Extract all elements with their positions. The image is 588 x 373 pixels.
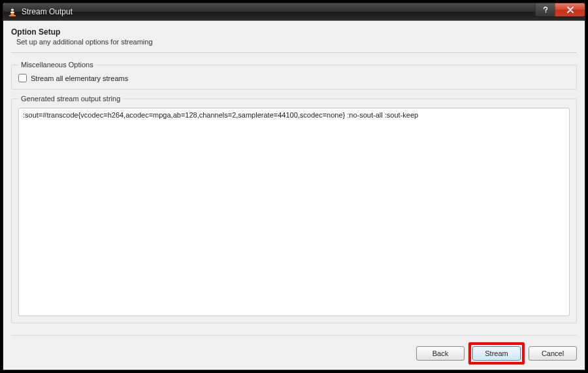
titlebar[interactable]: Stream Output <box>3 3 585 20</box>
misc-options-group: Miscellaneous Options Stream all element… <box>11 61 577 89</box>
stream-all-checkbox[interactable] <box>18 74 27 82</box>
dialog-window: Stream Output Option Setup Set up <box>3 3 585 370</box>
svg-rect-3 <box>9 15 16 16</box>
annotation-highlight: Stream <box>468 342 525 365</box>
dialog-footer: Back Stream Cancel <box>11 335 577 365</box>
page-subtitle: Set up any additional options for stream… <box>11 38 577 46</box>
stream-all-label[interactable]: Stream all elementary streams <box>31 74 128 82</box>
svg-point-4 <box>545 12 546 13</box>
stream-button[interactable]: Stream <box>472 346 521 361</box>
page-header: Option Setup Set up any additional optio… <box>11 27 577 53</box>
vlc-cone-icon <box>7 7 18 17</box>
back-button[interactable]: Back <box>416 346 465 361</box>
misc-options-legend: Miscellaneous Options <box>18 61 96 69</box>
output-string-group: Generated stream output string <box>11 95 577 323</box>
help-button[interactable] <box>535 3 555 16</box>
output-string-textarea[interactable] <box>18 108 570 316</box>
svg-marker-0 <box>10 7 14 15</box>
svg-rect-1 <box>11 9 14 10</box>
page-title: Option Setup <box>11 27 577 37</box>
svg-rect-2 <box>10 12 14 13</box>
close-button[interactable] <box>555 3 585 16</box>
cancel-button[interactable]: Cancel <box>529 346 577 361</box>
window-title: Stream Output <box>22 7 73 16</box>
output-string-legend: Generated stream output string <box>18 95 123 103</box>
